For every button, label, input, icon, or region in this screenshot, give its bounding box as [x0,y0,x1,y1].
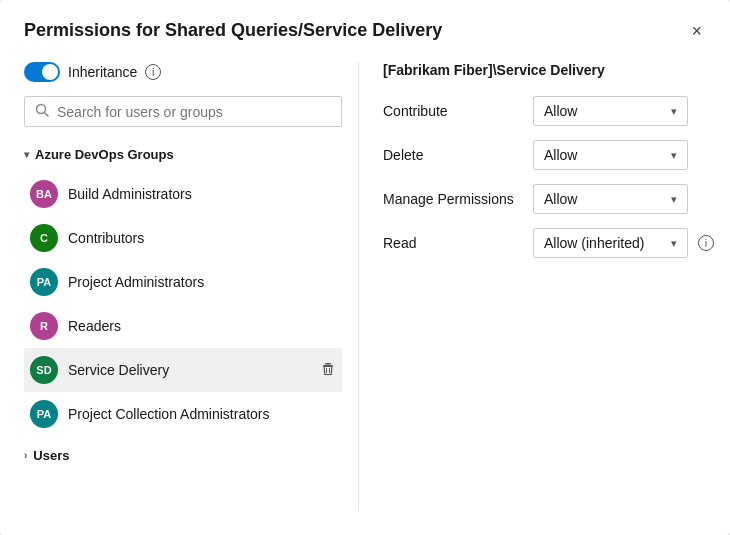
permission-value: Allow [544,191,577,207]
permission-row: Manage PermissionsAllow▾ [383,184,714,214]
left-panel: Inheritance i ▾ Azure DevOps Groups BABu… [24,62,359,511]
inheritance-row: Inheritance i [24,62,342,82]
group-name: Project Administrators [68,274,204,290]
group-item[interactable]: PAProject Collection Administrators [24,392,342,436]
inheritance-toggle[interactable] [24,62,60,82]
close-button[interactable]: × [687,20,706,42]
search-box[interactable] [24,96,342,127]
permission-value: Allow [544,103,577,119]
svg-line-1 [45,113,49,117]
users-section-label: Users [33,448,69,463]
delete-group-icon[interactable] [320,361,336,380]
entity-title: [Fabrikam Fiber]\Service Delivery [383,62,714,78]
group-list: BABuild AdministratorsCContributorsPAPro… [24,172,342,436]
permission-select[interactable]: Allow▾ [533,96,688,126]
search-input[interactable] [57,104,331,120]
avatar: PA [30,268,58,296]
groups-chevron-icon: ▾ [24,149,29,160]
permission-info-icon[interactable]: i [698,235,714,251]
inheritance-label: Inheritance [68,64,137,80]
chevron-down-icon: ▾ [671,193,677,206]
permission-label: Read [383,235,523,251]
dialog-header: Permissions for Shared Queries/Service D… [24,20,706,42]
avatar: C [30,224,58,252]
right-panel: [Fabrikam Fiber]\Service Delivery Contri… [359,62,714,511]
search-icon [35,103,49,120]
groups-section-label: Azure DevOps Groups [35,147,174,162]
avatar: PA [30,400,58,428]
permission-select[interactable]: Allow▾ [533,184,688,214]
chevron-down-icon: ▾ [671,149,677,162]
avatar: BA [30,180,58,208]
svg-rect-3 [323,365,333,366]
permission-label: Contribute [383,103,523,119]
group-item[interactable]: SDService Delivery [24,348,342,392]
permission-value: Allow [544,147,577,163]
group-item[interactable]: RReaders [24,304,342,348]
dialog-body: Inheritance i ▾ Azure DevOps Groups BABu… [24,62,706,511]
avatar: SD [30,356,58,384]
chevron-down-icon: ▾ [671,237,677,250]
inheritance-info-icon[interactable]: i [145,64,161,80]
svg-rect-2 [325,363,331,365]
dialog-title: Permissions for Shared Queries/Service D… [24,20,442,41]
group-name: Contributors [68,230,144,246]
permission-row: DeleteAllow▾ [383,140,714,170]
group-item[interactable]: BABuild Administrators [24,172,342,216]
permissions-list: ContributeAllow▾DeleteAllow▾Manage Permi… [383,96,714,272]
permission-label: Manage Permissions [383,191,523,207]
group-name: Service Delivery [68,362,169,378]
permissions-dialog: Permissions for Shared Queries/Service D… [0,0,730,535]
permission-row: ContributeAllow▾ [383,96,714,126]
toggle-thumb [42,64,58,80]
group-item[interactable]: PAProject Administrators [24,260,342,304]
permission-label: Delete [383,147,523,163]
users-chevron-icon: › [24,450,27,461]
group-name: Readers [68,318,121,334]
group-name: Build Administrators [68,186,192,202]
users-section-header[interactable]: › Users [24,442,342,469]
avatar: R [30,312,58,340]
permission-select[interactable]: Allow▾ [533,140,688,170]
group-name: Project Collection Administrators [68,406,270,422]
group-item[interactable]: CContributors [24,216,342,260]
chevron-down-icon: ▾ [671,105,677,118]
permission-row: ReadAllow (inherited)▾i [383,228,714,258]
groups-section-header[interactable]: ▾ Azure DevOps Groups [24,141,342,168]
permission-value: Allow (inherited) [544,235,644,251]
permission-select[interactable]: Allow (inherited)▾ [533,228,688,258]
